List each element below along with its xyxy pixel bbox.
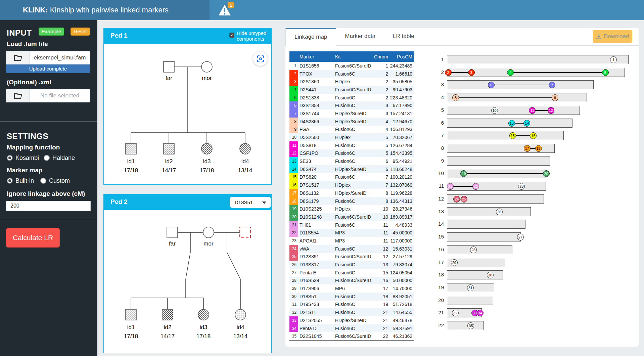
radio-haldane[interactable] [44, 155, 50, 161]
chromosome-label: 8 [430, 145, 444, 151]
chromosome-row: 71516 [285, 131, 635, 140]
snapshot-button[interactable] [253, 51, 268, 66]
svg-text:id1: id1 [127, 158, 135, 165]
radio-haldane-label[interactable]: Haldane [52, 154, 75, 162]
marker-link-line [450, 186, 476, 187]
chromosome-row: 1830 [285, 270, 635, 279]
svg-text:id2: id2 [164, 324, 172, 330]
app-title-bold: KLINK: [23, 6, 48, 14]
chromosome-bar: 31 [447, 283, 494, 292]
results-card: Linkage map Marker data LR table Downloa… [285, 28, 639, 347]
svg-text:far: far [166, 75, 172, 81]
marker-circle: 6 [488, 82, 495, 88]
ped1-title: Ped 1 [110, 32, 128, 39]
svg-text:13/14: 13/14 [233, 333, 248, 340]
chromosome-label: 6 [430, 120, 444, 126]
tab-lr-table[interactable]: LR table [384, 28, 423, 46]
chromosome-row: 11212223 [285, 182, 635, 191]
marker-map-group: Built-in Custom [7, 177, 91, 184]
marker-circle: 5 [602, 69, 609, 76]
chromosome-row: 489 [285, 93, 635, 102]
svg-text:17/18: 17/18 [124, 333, 138, 340]
app-header: KLINK: Kinship with pairwise linked mark… [0, 0, 644, 20]
chromosome-row: 1326 [285, 207, 635, 216]
chromosome-label: 14 [430, 221, 444, 227]
hide-untyped-checkbox[interactable]: ✓ [229, 33, 234, 38]
ped1-header: Ped 1 ✓ Hide untypedcomponents [104, 28, 271, 44]
chromosome-label: 16 [430, 247, 444, 252]
marker-circle: 21 [447, 183, 454, 190]
svg-text:13/14: 13/14 [238, 167, 252, 174]
chromosome-label: 12 [430, 196, 444, 202]
radio-builtin[interactable] [7, 178, 13, 184]
chromosome-label: 1 [430, 56, 444, 62]
warning-indicator[interactable]: 1 [218, 3, 238, 18]
xml-file-input[interactable]: No file selected [6, 89, 90, 102]
svg-text:id4: id4 [241, 158, 249, 165]
radio-kosambi-label[interactable]: Kosambi [15, 154, 39, 162]
ignore-linkage-input[interactable] [6, 201, 91, 211]
hide-untyped-label[interactable]: Hide untypedcomponents [237, 30, 266, 42]
reset-button[interactable]: Reset [71, 28, 90, 36]
marker-circle: 12 [548, 107, 554, 114]
load-fam-label: Load .fam file [7, 40, 48, 48]
chromosome-bar [447, 220, 525, 229]
chromosome-row: 5101112 [285, 106, 635, 115]
chromosome-row: 20 [285, 296, 635, 305]
marker-circle: 14 [523, 120, 530, 127]
tab-marker-data[interactable]: Marker data [336, 28, 384, 46]
download-icon [596, 34, 602, 39]
chromosome-label: 4 [430, 94, 444, 100]
chromosome-bar: 35 [447, 321, 484, 330]
ped1-panel: Ped 1 ✓ Hide untypedcomponents farmorid1… [103, 28, 272, 185]
marker-dropdown[interactable]: D18S51 [230, 197, 271, 208]
chromosome-label: 9 [430, 158, 444, 164]
svg-text:17/18: 17/18 [124, 167, 138, 174]
settings-heading: SETTINGS [7, 132, 48, 141]
upload-progress: Upload complete [6, 64, 90, 73]
chromosome-label: 17 [430, 259, 444, 265]
ped2-pedigree-drawing: farmorid117/18id214/17id317/18id413/14 [104, 210, 271, 353]
tab-bar: Linkage map Marker data LR table [285, 28, 639, 46]
chromosome-row: 21323334 [285, 308, 635, 317]
marker-circle: 28 [470, 247, 477, 253]
marker-circle: 18 [535, 145, 542, 152]
marker-link-line [456, 97, 555, 98]
camera-focus-icon [257, 55, 264, 62]
xml-browse-button[interactable] [6, 89, 30, 102]
example-button[interactable]: Example [39, 28, 64, 36]
download-button[interactable]: Download [593, 30, 632, 43]
chromosome-bar: 323334 [447, 308, 482, 317]
radio-custom[interactable] [40, 178, 46, 184]
chromosome-bar [447, 157, 550, 166]
chromosome-label: 13 [430, 209, 444, 214]
chromosome-bar: 26 [447, 207, 531, 216]
svg-text:14/17: 14/17 [160, 333, 175, 340]
marker-link-line [491, 85, 552, 85]
radio-custom-label[interactable]: Custom [49, 177, 70, 184]
radio-kosambi[interactable] [7, 155, 13, 161]
svg-text:id1: id1 [127, 324, 135, 330]
marker-circle: 20 [543, 170, 550, 177]
chromosome-row: 1931 [285, 283, 635, 292]
chromosome-bar: 1718 [447, 144, 555, 153]
fam-file-input[interactable]: eksempel_simul.fam [6, 51, 90, 64]
chromosome-bar: 67 [447, 80, 594, 89]
fam-browse-button[interactable] [6, 51, 30, 64]
chromosome-bar: 28 [447, 245, 512, 254]
radio-builtin-label[interactable]: Built-in [15, 177, 34, 184]
folder-icon [14, 54, 22, 61]
tab-linkage-map[interactable]: Linkage map [285, 28, 336, 46]
chromosome-label: 3 [430, 82, 444, 87]
marker-circle: 13 [508, 120, 515, 127]
svg-text:mor: mor [203, 240, 214, 247]
marker-circle: 22 [472, 183, 479, 190]
svg-text:mor: mor [202, 75, 212, 81]
chromosome-row: 1729 [285, 258, 635, 267]
marker-link-line [464, 173, 546, 174]
chromosome-bar: 2345 [447, 68, 625, 77]
chromosome-row: 11 [285, 55, 635, 64]
marker-circle: 16 [530, 132, 537, 139]
calculate-lr-button[interactable]: Calculate LR [6, 228, 60, 248]
marker-circle: 27 [517, 234, 524, 240]
